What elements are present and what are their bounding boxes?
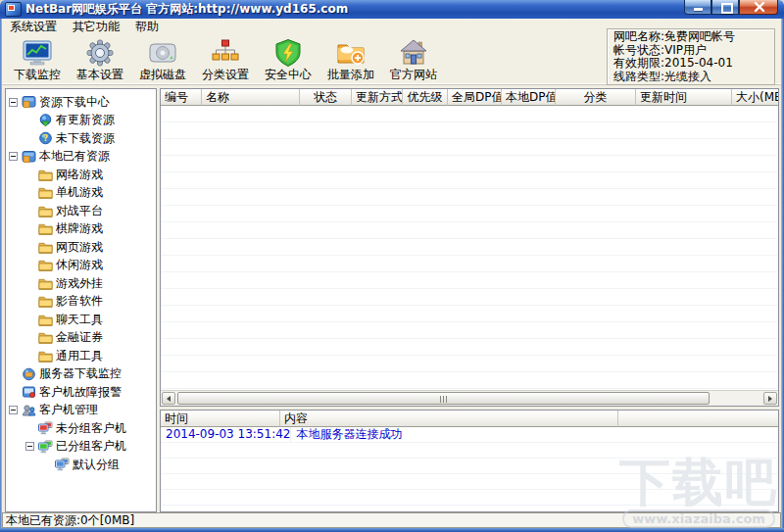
scroll-left-icon xyxy=(167,396,171,402)
collapse-expander-icon[interactable] xyxy=(9,406,18,414)
tree-item[interactable]: 网页游戏 xyxy=(6,238,156,257)
menu-item-3[interactable]: 帮助 xyxy=(127,18,167,36)
status-text: 本地已有资源:0个[0MB] xyxy=(6,513,134,527)
log-column-header[interactable]: 内容 xyxy=(280,411,618,427)
log-column-header[interactable]: 时间 xyxy=(161,411,280,427)
toolbar-button[interactable]: 下载监控 xyxy=(6,36,69,85)
log-content-cell: 本地服务器连接成功 xyxy=(291,427,629,443)
column-header[interactable]: 状态 xyxy=(300,89,352,106)
toolbar-button-label: 分类设置 xyxy=(202,68,249,81)
tree-item[interactable]: 影音软件 xyxy=(6,293,156,312)
minimize-button[interactable] xyxy=(684,0,711,15)
updated-resource-icon xyxy=(37,114,53,127)
tree-item-label: 资源下载中心 xyxy=(39,94,110,111)
scrollbar-thumb[interactable] xyxy=(177,392,710,405)
tree-item[interactable]: 默认分组 xyxy=(6,456,156,474)
log-time-cell: 2014-09-03 13:51:42 xyxy=(161,427,291,443)
toolbar-button-label: 批量添加 xyxy=(327,68,374,81)
folder-icon xyxy=(37,222,53,236)
tree-item[interactable]: 未分组客户机 xyxy=(6,419,156,438)
menu-item-2[interactable]: 其它功能 xyxy=(65,18,127,36)
title-bar: NetBar网吧娱乐平台 官方网站:http://www.yd165.com xyxy=(0,0,784,19)
tree-item[interactable]: 服务器下载监控 xyxy=(6,365,156,384)
log-table-body: 2014-09-03 13:51:42本地服务器连接成功 xyxy=(161,427,778,511)
collapse-expander-icon[interactable] xyxy=(9,152,18,161)
scrollbar-grip-icon xyxy=(440,396,448,403)
resource-table-body[interactable] xyxy=(161,106,778,390)
folder-icon xyxy=(37,349,53,363)
tree-item[interactable]: 棋牌游戏 xyxy=(6,220,156,239)
column-header[interactable]: 全局DP值 xyxy=(448,89,502,106)
monitor-chart-icon xyxy=(23,38,52,68)
tree-item[interactable]: ?未下载资源 xyxy=(6,129,156,148)
svg-text:?: ? xyxy=(42,133,47,143)
tree-item-label: 有更新资源 xyxy=(56,112,115,128)
tree-item-label: 本地已有资源 xyxy=(39,148,110,165)
toolbar-button[interactable]: 安全中心 xyxy=(257,36,319,85)
log-row[interactable]: 2014-09-03 13:51:42本地服务器连接成功 xyxy=(161,427,778,443)
client-manage-icon xyxy=(21,404,36,417)
toolbar-button[interactable]: 基本设置 xyxy=(69,36,131,85)
log-column-header[interactable] xyxy=(618,411,778,427)
tree-item[interactable]: 聊天工具 xyxy=(6,311,156,329)
tree-item-label: 已分组客户机 xyxy=(56,438,126,455)
column-header[interactable]: 更新方式 xyxy=(352,89,403,106)
tree-item-label: 单机游戏 xyxy=(56,184,103,201)
server-monitor-icon xyxy=(21,367,36,381)
toolbar-button[interactable]: 虚拟磁盘 xyxy=(131,36,194,85)
tree-item-label: 客户机故障报警 xyxy=(39,384,122,401)
tree-item[interactable]: 游戏外挂 xyxy=(6,274,156,293)
tree-item-label: 默认分组 xyxy=(73,457,120,473)
tree-item[interactable]: 客户机管理 xyxy=(6,402,156,420)
minimize-icon xyxy=(694,8,703,11)
tree-item[interactable]: 资源下载中心 xyxy=(6,93,156,112)
tree-item[interactable]: 单机游戏 xyxy=(6,184,156,203)
toolbar-button[interactable]: 批量添加 xyxy=(319,36,382,85)
scroll-right-button[interactable] xyxy=(763,392,777,405)
folder-icon xyxy=(37,168,53,181)
tree-item-label: 游戏外挂 xyxy=(56,275,103,292)
tree-item[interactable]: 对战平台 xyxy=(6,202,156,220)
tree-item-label: 棋牌游戏 xyxy=(56,220,103,237)
tree-item[interactable]: 金融证券 xyxy=(6,329,156,348)
scroll-left-button[interactable] xyxy=(162,392,175,405)
tree-item[interactable]: 客户机故障报警 xyxy=(6,383,156,402)
close-button[interactable] xyxy=(739,0,778,15)
horizontal-scrollbar[interactable] xyxy=(161,390,778,406)
tree-item-label: 休闲游戏 xyxy=(56,257,103,273)
column-header[interactable]: 大小(MB) xyxy=(732,89,778,106)
window-border-bottom xyxy=(0,528,784,532)
tree-item-label: 通用工具 xyxy=(56,348,103,364)
column-header[interactable]: 分类 xyxy=(556,89,636,106)
collapse-expander-icon[interactable] xyxy=(9,98,18,107)
tree-item[interactable]: 通用工具 xyxy=(6,347,156,365)
account-info-line: 线路类型:光缆接入 xyxy=(613,71,770,84)
column-header[interactable]: 名称 xyxy=(202,89,300,106)
category-tree-icon xyxy=(211,38,240,68)
column-header[interactable]: 本地DP值 xyxy=(502,89,556,106)
tree-item[interactable]: 已分组客户机 xyxy=(6,438,156,457)
tree-item[interactable]: 休闲游戏 xyxy=(6,257,156,275)
scroll-right-icon xyxy=(768,396,772,402)
tree-item-label: 服务器下载监控 xyxy=(39,365,122,382)
shield-icon xyxy=(273,38,303,68)
local-resource-icon xyxy=(21,150,36,164)
tree-item[interactable]: 有更新资源 xyxy=(6,112,156,130)
client-alarm-icon xyxy=(21,385,36,399)
column-header[interactable]: 更新时间 xyxy=(636,89,732,106)
toolbar-button[interactable]: 官方网站 xyxy=(382,36,445,85)
column-header[interactable]: 优先级 xyxy=(403,89,448,106)
maximize-button[interactable] xyxy=(711,0,739,15)
column-header[interactable]: 编号 xyxy=(161,89,202,106)
toolbar-button[interactable]: 分类设置 xyxy=(194,36,257,85)
tree-item-label: 网页游戏 xyxy=(56,239,103,256)
log-panel: 时间内容 2014-09-03 13:51:42本地服务器连接成功 xyxy=(160,410,779,512)
home-icon xyxy=(399,38,428,68)
tree-item[interactable]: 本地已有资源 xyxy=(6,148,156,167)
account-info-line: 有效期限:2015-04-01 xyxy=(613,57,770,71)
menu-item-1[interactable]: 系统设置 xyxy=(2,18,65,36)
collapse-expander-icon[interactable] xyxy=(25,442,34,451)
tree-item[interactable]: 网络游戏 xyxy=(6,166,156,184)
pc-green-icon xyxy=(37,440,53,454)
folder-icon xyxy=(37,240,53,254)
